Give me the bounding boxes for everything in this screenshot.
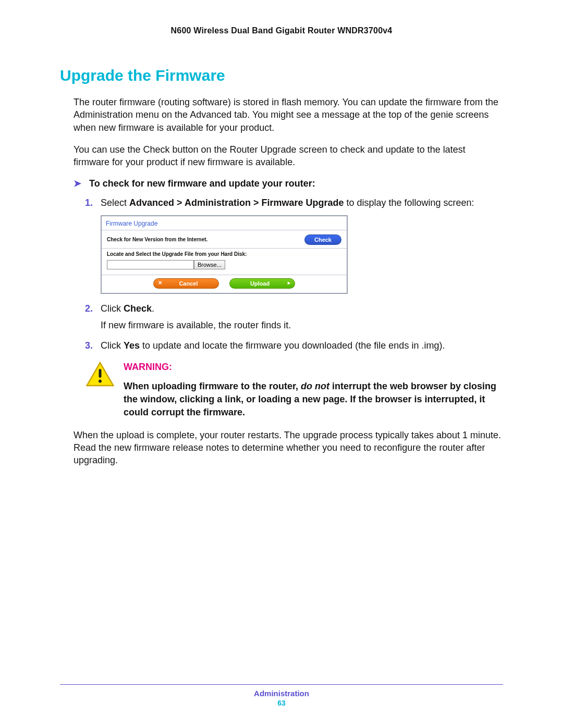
step-3-text: Click Yes to update and locate the firmw… [101,340,445,351]
warning-icon [86,362,114,419]
arrow-icon: ➤ [74,178,81,189]
file-path-input[interactable] [107,260,194,269]
section-title: Upgrade the Firmware [60,67,503,84]
footer-section: Administration [60,689,503,698]
step-1-text: Select Advanced > Administration > Firmw… [101,198,474,208]
upload-button[interactable]: Upload [229,278,295,289]
footer-page-number: 63 [60,699,503,707]
step-2-subtext: If new firmware is available, the router… [101,319,503,332]
intro-paragraph-1: The router firmware (routing software) i… [74,96,503,134]
firmware-upgrade-panel: Firmware Upgrade Check for New Version f… [101,215,348,294]
warning-block: WARNING: When uploading firmware to the … [86,362,503,419]
check-new-version-label: Check for New Version from the Internet. [107,236,207,243]
doc-header: N600 Wireless Dual Band Gigabit Router W… [60,26,503,35]
procedure-heading: ➤ To check for new firmware and update y… [74,178,503,189]
step-2-text: Click Check. [101,303,154,314]
locate-file-label: Locate and Select the Upgrade File from … [107,251,341,258]
svg-point-2 [99,380,102,383]
warning-label: WARNING: [124,362,503,373]
step-3: Click Yes to update and locate the firmw… [85,339,503,352]
procedure-heading-text: To check for new firmware and update you… [89,178,315,189]
step-1: Select Advanced > Administration > Firmw… [85,196,503,294]
closing-paragraph: When the upload is complete, your router… [74,429,503,467]
warning-body: When uploading firmware to the router, d… [124,380,503,419]
svg-rect-1 [99,369,101,378]
intro-paragraph-2: You can use the Check button on the Rout… [74,143,503,169]
fw-panel-title: Firmware Upgrade [102,216,347,231]
cancel-button[interactable]: Cancel [153,278,219,289]
page-footer: Administration 63 [60,684,503,707]
check-button[interactable]: Check [304,235,341,245]
step-2: Click Check. If new firmware is availabl… [85,302,503,331]
browse-button[interactable]: Browse... [194,260,225,269]
